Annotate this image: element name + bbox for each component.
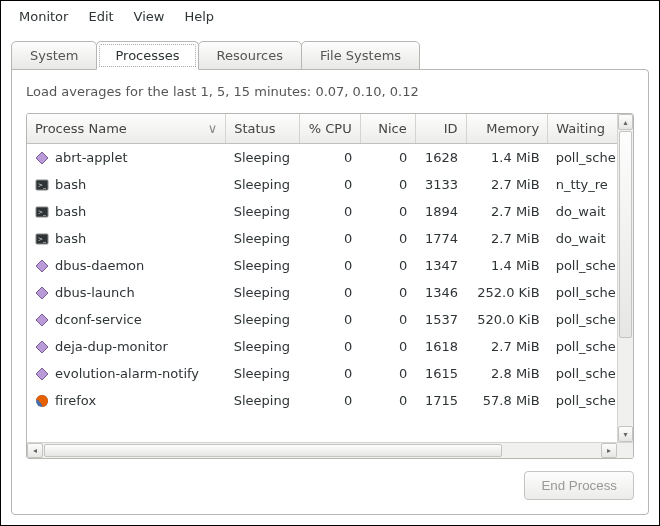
table-row[interactable]: evolution-alarm-notifySleeping0016152.8 … [27, 360, 617, 387]
svg-text:>_: >_ [38, 235, 47, 243]
tab-file-systems[interactable]: File Systems [301, 41, 420, 70]
process-nice: 0 [360, 198, 415, 225]
svg-text:>_: >_ [38, 208, 47, 216]
svg-marker-11 [36, 368, 48, 380]
process-memory: 520.0 KiB [466, 306, 548, 333]
menu-view[interactable]: View [124, 5, 175, 28]
scroll-left-button[interactable]: ◂ [27, 443, 43, 458]
table-row[interactable]: dbus-daemonSleeping0013471.4 MiBpoll_sch… [27, 252, 617, 279]
table-row[interactable]: dconf-serviceSleeping001537520.0 KiBpoll… [27, 306, 617, 333]
process-status: Sleeping [226, 360, 299, 387]
col-header-nice[interactable]: Nice [360, 114, 415, 144]
menu-edit[interactable]: Edit [78, 5, 123, 28]
button-row: End Process [26, 459, 634, 500]
process-name: dbus-daemon [55, 258, 144, 273]
table-row[interactable]: >_bashSleeping0018942.7 MiBdo_wait [27, 198, 617, 225]
process-name: bash [55, 204, 86, 219]
col-header-cpu[interactable]: % CPU [299, 114, 360, 144]
process-status: Sleeping [226, 252, 299, 279]
tabs: SystemProcessesResourcesFile Systems [11, 40, 649, 69]
process-status: Sleeping [226, 144, 299, 172]
process-memory: 1.4 MiB [466, 252, 548, 279]
vertical-scrollbar[interactable]: ▴ ▾ [617, 114, 633, 442]
diamond-icon [35, 340, 49, 354]
process-waiting: poll_sche [548, 333, 617, 360]
scroll-down-button[interactable]: ▾ [618, 426, 633, 442]
process-memory: 2.7 MiB [466, 198, 548, 225]
process-waiting: poll_sche [548, 144, 617, 172]
col-header-id[interactable]: ID [415, 114, 466, 144]
process-memory: 1.4 MiB [466, 144, 548, 172]
process-id: 3133 [415, 171, 466, 198]
menubar: MonitorEditViewHelp [1, 1, 659, 32]
menu-help[interactable]: Help [174, 5, 224, 28]
col-header-waiting[interactable]: Waiting [548, 114, 617, 144]
process-id: 1774 [415, 225, 466, 252]
process-id: 1618 [415, 333, 466, 360]
tab-resources[interactable]: Resources [198, 41, 302, 70]
process-table-frame: Process Name ∨ Status % CPU Nice ID Memo… [26, 113, 634, 459]
process-waiting: do_wait [548, 225, 617, 252]
table-row[interactable]: abrt-appletSleeping0016281.4 MiBpoll_sch… [27, 144, 617, 172]
diamond-icon [35, 367, 49, 381]
process-cpu: 0 [299, 198, 360, 225]
scroll-right-button[interactable]: ▸ [601, 443, 617, 458]
process-status: Sleeping [226, 279, 299, 306]
process-name: dbus-launch [55, 285, 135, 300]
process-name: bash [55, 231, 86, 246]
process-nice: 0 [360, 360, 415, 387]
process-id: 1347 [415, 252, 466, 279]
process-cpu: 0 [299, 144, 360, 172]
process-memory: 2.7 MiB [466, 225, 548, 252]
diamond-icon [35, 151, 49, 165]
table-row[interactable]: >_bashSleeping0017742.7 MiBdo_wait [27, 225, 617, 252]
svg-marker-8 [36, 287, 48, 299]
process-id: 1715 [415, 387, 466, 414]
process-status: Sleeping [226, 306, 299, 333]
vscroll-track[interactable] [618, 130, 633, 426]
process-id: 1346 [415, 279, 466, 306]
process-cpu: 0 [299, 171, 360, 198]
diamond-icon [35, 313, 49, 327]
process-cpu: 0 [299, 360, 360, 387]
col-header-status[interactable]: Status [226, 114, 299, 144]
tab-processes[interactable]: Processes [96, 41, 198, 70]
firefox-icon [35, 394, 49, 408]
tab-system[interactable]: System [11, 41, 97, 70]
process-waiting: do_wait [548, 198, 617, 225]
process-status: Sleeping [226, 387, 299, 414]
process-nice: 0 [360, 171, 415, 198]
load-averages-text: Load averages for the last 1, 5, 15 minu… [26, 84, 634, 99]
process-nice: 0 [360, 144, 415, 172]
process-cpu: 0 [299, 225, 360, 252]
process-cpu: 0 [299, 387, 360, 414]
process-name: dconf-service [55, 312, 142, 327]
svg-marker-7 [36, 260, 48, 272]
table-row[interactable]: deja-dup-monitorSleeping0016182.7 MiBpol… [27, 333, 617, 360]
table-row[interactable]: >_bashSleeping0031332.7 MiBn_tty_re [27, 171, 617, 198]
process-waiting: poll_sche [548, 252, 617, 279]
table-row[interactable]: dbus-launchSleeping001346252.0 KiBpoll_s… [27, 279, 617, 306]
svg-marker-0 [36, 152, 48, 164]
horizontal-scrollbar[interactable]: ◂ ▸ [27, 442, 633, 458]
process-waiting: n_tty_re [548, 171, 617, 198]
tab-panel-processes: Load averages for the last 1, 5, 15 minu… [11, 69, 649, 515]
process-id: 1615 [415, 360, 466, 387]
scroll-up-button[interactable]: ▴ [618, 114, 633, 130]
process-nice: 0 [360, 279, 415, 306]
menu-monitor[interactable]: Monitor [9, 5, 78, 28]
process-table[interactable]: Process Name ∨ Status % CPU Nice ID Memo… [27, 114, 617, 442]
process-name: bash [55, 177, 86, 192]
col-header-memory[interactable]: Memory [466, 114, 548, 144]
hscroll-track[interactable] [43, 443, 601, 458]
hscroll-thumb[interactable] [44, 444, 502, 457]
process-nice: 0 [360, 306, 415, 333]
end-process-button[interactable]: End Process [524, 471, 634, 500]
svg-marker-10 [36, 341, 48, 353]
process-memory: 57.8 MiB [466, 387, 548, 414]
col-header-process-name[interactable]: Process Name ∨ [27, 114, 226, 144]
process-cpu: 0 [299, 333, 360, 360]
table-row[interactable]: firefoxSleeping00171557.8 MiBpoll_sche [27, 387, 617, 414]
vscroll-thumb[interactable] [619, 131, 632, 338]
process-cpu: 0 [299, 306, 360, 333]
